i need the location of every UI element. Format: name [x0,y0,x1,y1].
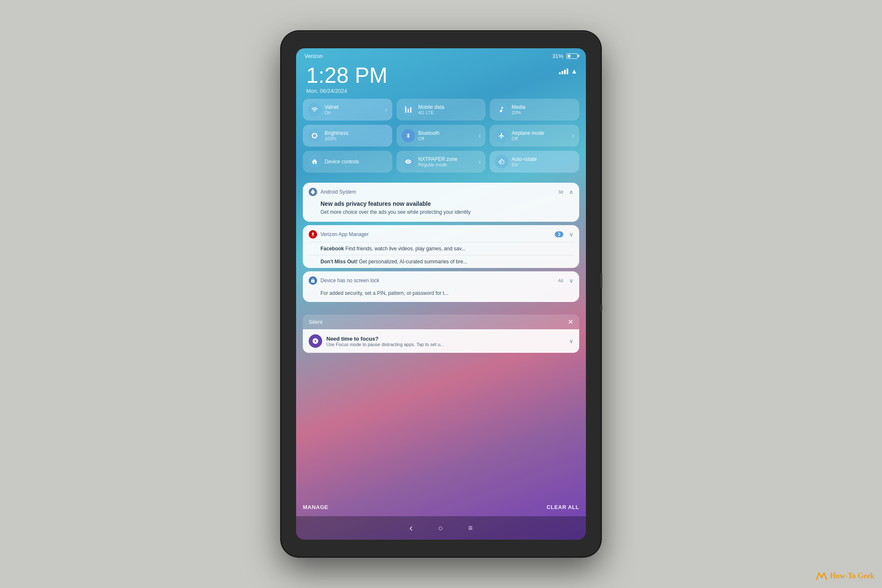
brightness-text: Brightness 100% [325,130,387,141]
focus-subtitle: Use Focus mode to pause distracting apps… [326,342,565,347]
wifi-label: Valnet [325,104,382,110]
android-system-collapse[interactable]: ∧ [569,189,573,195]
android-system-name: Android System [320,189,555,195]
wifi-tile-text: Valnet On [325,104,382,115]
notification-verizon[interactable]: Verizon App Manager 3 ∨ Facebook Find fr… [303,225,579,268]
watermark: How-To Geek [816,571,874,580]
qs-tile-media[interactable]: Media 20% [490,99,579,121]
mobile-data-label: Mobile data [418,104,481,110]
notif-header-verizon: Verizon App Manager 3 ∨ [303,225,579,242]
screen-lock-collapse[interactable]: ∨ [569,277,573,284]
qs-tile-auto-rotate[interactable]: Auto-rotate On [490,151,579,173]
notif-header-android: Android System 3d ∧ [303,183,579,199]
qs-tile-airplane[interactable]: Airplane mode Off › [490,125,579,147]
status-bar: Verizon 31% [296,48,586,63]
signal-bar-4 [567,68,568,74]
recents-button[interactable]: ≡ [468,524,473,533]
silent-close-button[interactable]: ✕ [568,318,573,326]
android-system-icon [309,188,317,196]
notification-android-system[interactable]: Android System 3d ∧ New ads privacy feat… [303,183,579,222]
status-right: 31% [552,53,578,59]
media-label: Media [512,104,574,110]
side-button-2[interactable] [601,304,602,311]
airplane-chevron: › [572,132,574,139]
back-button[interactable]: ‹ [410,522,413,534]
qs-tile-bluetooth[interactable]: Bluetooth Off › [396,125,486,147]
verizon-sub-text-1: Facebook Find friends, watch live videos… [320,246,573,252]
qs-tile-mobile-data[interactable]: Mobile data 4G LTE [396,99,486,121]
qs-tile-brightness[interactable]: Brightness 100% [303,125,392,147]
airplane-label: Airplane mode [512,130,569,136]
android-system-title: New ads privacy features now available [320,200,573,207]
qs-tile-device-controls[interactable]: Device controls [303,151,392,173]
auto-rotate-sublabel: On [512,162,574,167]
bluetooth-icon [402,129,415,142]
verizon-collapse[interactable]: ∨ [569,231,573,238]
airplane-icon [495,129,508,142]
airplane-text: Airplane mode Off [512,130,569,141]
bluetooth-chevron: › [479,132,481,139]
android-system-time: 3d [558,189,563,194]
battery-icon [567,53,578,59]
watermark-text: How-To Geek [830,572,874,580]
verizon-app-name: Verizon App Manager [320,231,551,237]
signal-bars [559,68,568,74]
auto-rotate-label: Auto-rotate [512,156,574,162]
notif-header-screen-lock: Device has no screen lock 4d ∨ [303,271,579,288]
nxtpaper-icon [402,155,415,168]
signal-bar-2 [562,71,563,74]
screen: Verizon 31% 1:28 PM Mon, 06/24/2024 ▲ [296,48,586,540]
verizon-sub-item-2: Don't Miss Out! Get personalized, AI-cur… [303,255,579,268]
verizon-count: 3 [555,231,563,237]
qs-row-1: Valnet On › Mobile data 4G LTE [303,99,579,121]
mobile-data-icon [402,103,415,116]
auto-rotate-text: Auto-rotate On [512,156,574,167]
screen-lock-body: For added security, set a PIN, pattern, … [303,288,579,302]
quick-settings: Valnet On › Mobile data 4G LTE [303,99,579,177]
wifi-tile-icon [308,103,321,116]
bottom-actions: MANAGE CLEAR ALL [303,504,579,510]
manage-button[interactable]: MANAGE [303,504,328,510]
carrier-label: Verizon [304,53,323,59]
android-system-body: New ads privacy features now available G… [303,199,579,222]
focus-title: Need time to focus? [326,336,565,342]
verizon-sub-item-1: Facebook Find friends, watch live videos… [303,242,579,255]
bluetooth-text: Bluetooth Off [418,130,475,141]
signal-bar-1 [559,72,561,74]
time-display: 1:28 PM [306,64,388,86]
clear-all-button[interactable]: CLEAR ALL [546,504,579,510]
qs-row-2: Brightness 100% Bluetooth Off › [303,125,579,147]
qs-tile-wifi[interactable]: Valnet On › [303,99,392,121]
silent-label: Silent [309,319,323,325]
battery-fill [568,55,570,58]
qs-row-3: Device controls NXTPAPER zone Regular mo… [303,151,579,173]
airplane-sublabel: Off [512,136,569,141]
time-section: 1:28 PM Mon, 06/24/2024 [306,64,388,94]
mobile-data-text: Mobile data 4G LTE [418,104,481,115]
home-button[interactable]: ○ [438,523,443,533]
nxtpaper-sublabel: Regular mode [418,162,475,167]
qs-tile-nxtpaper[interactable]: NXTPAPER zone Regular mode › [396,151,486,173]
mobile-data-sublabel: 4G LTE [418,110,481,115]
bluetooth-label: Bluetooth [418,130,475,136]
bluetooth-sublabel: Off [418,136,475,141]
nxtpaper-label: NXTPAPER zone [418,156,475,162]
wifi-sublabel: On [325,110,382,115]
notification-screen-lock[interactable]: Device has no screen lock 4d ∨ For added… [303,271,579,302]
android-system-text: Get more choice over the ads you see whi… [320,209,573,216]
focus-card[interactable]: Need time to focus? Use Focus mode to pa… [303,329,579,353]
nxtpaper-chevron: › [479,158,481,165]
wifi-signal-icon: ▲ [571,68,578,75]
screen-lock-text: For added security, set a PIN, pattern, … [320,290,573,297]
silent-section: Silent ✕ Need time to focus? Use Focus m… [303,315,579,353]
device-controls-icon [308,155,321,168]
brightness-label: Brightness [325,130,387,136]
device-controls-label: Device controls [325,159,387,165]
battery-percent: 31% [552,53,563,59]
side-button-1[interactable] [601,273,602,288]
nxtpaper-text: NXTPAPER zone Regular mode [418,156,475,167]
media-sublabel: 20% [512,110,574,115]
signal-bar-3 [564,70,566,74]
date-display: Mon, 06/24/2024 [306,88,388,94]
signal-area: ▲ [559,68,578,75]
